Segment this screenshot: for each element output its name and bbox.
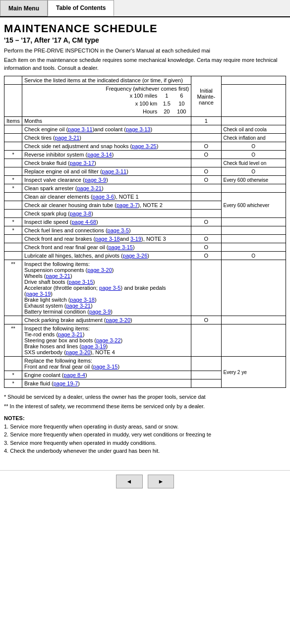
link-page-3-15-check[interactable]: page 3-15 [108, 244, 133, 250]
link-page-3-21-wheels[interactable]: page 3-21 [46, 273, 70, 279]
top-navigation: Main Menu Table of Contents [0, 0, 290, 17]
link-page-3-13[interactable]: page 3-13 [126, 126, 151, 132]
table-row: * Reverse inhibitor system (page 3-14) O… [4, 151, 286, 159]
link-page-3-19-hoses[interactable]: page 3-19 [81, 343, 106, 349]
link-page-3-25[interactable]: page 3-25 [132, 143, 157, 149]
link-page-3-20-parking[interactable]: page 3-20 [106, 317, 131, 323]
notes-title: NOTES: [4, 414, 286, 423]
table-row: Check front and rear final gear oil (pag… [4, 243, 286, 252]
link-page-3-9-valve[interactable]: page 3-9 [85, 177, 106, 183]
link-page-3-15-drive[interactable]: page 3-15 [68, 279, 93, 285]
table-row: * Inspect valve clearance (page 3-9) O E… [4, 176, 286, 184]
table-row: Check side net adjustment and snap hooks… [4, 142, 286, 151]
bottom-navigation: ◄ ► [0, 470, 290, 492]
link-page-3-18[interactable]: page 3-18 [95, 236, 120, 242]
table-row: * Inspect idle speed (page 4-68) O [4, 218, 286, 226]
link-page-3-20-susp[interactable]: page 3-20 [87, 267, 112, 273]
initial-maint-header: Initial Mainte- nance [191, 76, 221, 117]
link-page-3-7[interactable]: page 3-7 [116, 202, 138, 208]
page-subtitle: '15 – '17, After '17 A, CM type [4, 36, 286, 44]
table-row: Replace the following items: Front and r… [4, 357, 286, 371]
link-page-3-21-tierod[interactable]: page 3-21 [58, 331, 83, 337]
link-page-3-8[interactable]: page 3-8 [70, 211, 91, 216]
footnote-double-star: ** In the interest of safety, we recomme… [4, 402, 286, 411]
link-page-8-4[interactable]: page 8-4 [64, 372, 85, 378]
footnotes-section: * Should be serviced by a dealer, unless… [4, 393, 286, 410]
link-page-19-7[interactable]: page 19-7 [54, 380, 78, 386]
link-page-3-22[interactable]: page 3-22 [96, 337, 121, 343]
intro-para-2: Each item on the maintenance schedule re… [4, 56, 286, 72]
link-page-3-20-sxs[interactable]: page 3-20 [66, 349, 91, 355]
table-row: Lubricate all hinges, latches, and pivot… [4, 252, 286, 260]
link-page-3-21-exhaust[interactable]: page 3-21 [66, 303, 91, 309]
link-page-3-5-accel[interactable]: page 3-5 [99, 285, 120, 291]
link-page-3-17[interactable]: page 3-17 [70, 160, 95, 166]
link-page-3-19-brakes[interactable]: 3-19 [130, 236, 141, 242]
link-page-3-11[interactable]: page 3-11 [68, 126, 93, 132]
page-title: MAINTENANCE SCHEDULE [4, 22, 286, 35]
table-row: Check brake fluid (page 3-17) Check flui… [4, 159, 286, 167]
table-row: Check parking brake adjustment (page 3-2… [4, 316, 286, 324]
service-header: Service the listed items at the indicate… [22, 76, 191, 85]
extra-col-header [221, 76, 286, 85]
toc-button[interactable]: Table of Contents [48, 0, 114, 16]
table-row: Check front and rear brakes (page 3-18an… [4, 235, 286, 243]
link-page-3-21-spark[interactable]: page 3-21 [77, 185, 102, 191]
table-row: Check tires (page 3-21) Check inflation … [4, 134, 286, 142]
prev-button[interactable]: ◄ [116, 475, 143, 488]
star-col-header [4, 76, 22, 85]
footnote-single-star: * Should be serviced by a dealer, unless… [4, 393, 286, 401]
notes-section: NOTES: 1. Service more frequently when o… [4, 414, 286, 455]
main-content: MAINTENANCE SCHEDULE '15 – '17, After '1… [0, 17, 290, 460]
link-page-3-6[interactable]: page 3-6 [93, 194, 114, 200]
table-row: * Clean spark arrester (page 3-21) [4, 184, 286, 193]
link-page-3-14[interactable]: page 3-14 [87, 152, 112, 158]
table-row: Clean air cleaner elements (page 3-6), N… [4, 193, 286, 201]
main-menu-button[interactable]: Main Menu [0, 0, 48, 16]
note-1: 1. Service more frequently when operatin… [4, 423, 286, 431]
link-page-3-18-switch[interactable]: page 3-18 [70, 297, 95, 303]
link-page-3-26[interactable]: page 3-26 [123, 253, 148, 259]
note-2: 2. Service more frequently when operated… [4, 430, 286, 439]
maintenance-table: Service the listed items at the indicate… [4, 76, 286, 388]
note-3: 3. Service more frequently when operated… [4, 439, 286, 447]
link-page-3-19-pedals[interactable]: page 3-19 [26, 291, 51, 297]
table-row: ** Inspect the following items: Suspensi… [4, 260, 286, 316]
table-row: ** Inspect the following items: Tie-rod … [4, 324, 286, 357]
table-row: * Check fuel lines and connections (page… [4, 226, 286, 235]
items-label: Items [4, 117, 22, 125]
table-row: Check engine oil (page 3-11)and coolant … [4, 125, 286, 134]
note-4: 4. Check the underbody whenever the unde… [4, 447, 286, 455]
link-page-3-11-replace[interactable]: page 3-11 [102, 168, 127, 174]
link-page-3-15-replace[interactable]: page 3-15 [93, 364, 118, 370]
link-page-3-5-fuel[interactable]: page 3-5 [108, 227, 129, 233]
intro-para-1: Perform the PRE-DRIVE INSPECTION in the … [4, 47, 286, 54]
next-button[interactable]: ► [148, 475, 174, 488]
table-row: Replace engine oil and oil filter (page … [4, 167, 286, 176]
link-page-3-21-tires[interactable]: page 3-21 [55, 135, 80, 141]
link-page-3-9-battery[interactable]: page 3-9 [89, 309, 111, 315]
freq-header: Frequency (whichever comes first) x 100 … [22, 85, 191, 117]
link-page-4-68[interactable]: page 4-68 [71, 219, 96, 225]
